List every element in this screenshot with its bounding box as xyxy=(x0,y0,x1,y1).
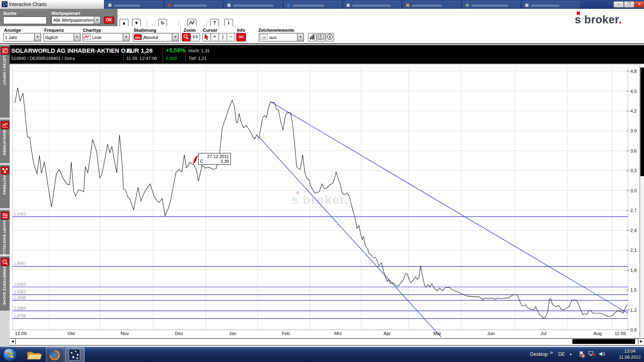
sidebar-tab-label: LISTEN / DEPOT xyxy=(2,56,6,85)
clock[interactable]: 13:04 11.09.2012 xyxy=(619,348,641,360)
vertical-scrollbar[interactable] xyxy=(640,66,644,337)
listen-depot-icon xyxy=(1,47,9,55)
y-axis-label: 3,9 xyxy=(630,128,637,133)
support-line-label: 1,8567 xyxy=(14,261,26,266)
quote-datetime: 11.09. 12:47:08 xyxy=(126,56,157,61)
tray-expand-icon[interactable]: ▲ xyxy=(569,352,572,356)
show-desktop-button[interactable]: Desktop xyxy=(530,352,548,357)
x-axis-label: Jul xyxy=(541,331,547,336)
info-mode-label: Info xyxy=(237,28,245,33)
charts-app-taskbar-button[interactable] xyxy=(65,348,85,362)
tooltip-series: C xyxy=(200,159,203,164)
x-axis-label: 11.09. xyxy=(615,331,627,336)
support-line-label: 1,5459 xyxy=(14,282,26,287)
folder-icon xyxy=(25,348,43,362)
news-annotation-button[interactable]: N xyxy=(317,33,325,41)
background-browser-tab[interactable] xyxy=(344,1,401,9)
firefox-taskbar-button[interactable] xyxy=(46,348,64,362)
sidebar: LISTEN / DEPOT INDIKATOREN PATTERNS CHAR… xyxy=(0,45,10,347)
cursor-arrow-button[interactable] xyxy=(202,33,211,41)
y-axis-label: 0,9 xyxy=(630,327,637,332)
skalierung-select[interactable]: abs Absolut ▼ xyxy=(133,33,179,41)
support-line-label: 1,4302 xyxy=(14,290,26,294)
toolbar-row-2: Anzeige 1 Jahr ▼ Frequenz täglich ▼ Char… xyxy=(0,26,644,44)
anzeige-label: Anzeige xyxy=(4,28,21,33)
tray-chevron-icon[interactable]: » xyxy=(550,349,553,356)
search-ok-button[interactable]: OK xyxy=(104,16,114,24)
y-axis-label: 4,5 xyxy=(630,89,637,94)
vertical-scroll-thumb[interactable] xyxy=(640,68,644,176)
off-badge-icon: off xyxy=(260,34,268,40)
maximize-button[interactable]: ❐ xyxy=(624,1,634,8)
minimize-button[interactable]: – xyxy=(613,1,624,8)
start-button[interactable] xyxy=(2,348,19,362)
sidebar-tab-patterns[interactable]: PATTERNS xyxy=(0,165,10,208)
support-line-label: 1,3448 xyxy=(14,296,26,300)
change-absolute: 0,068 xyxy=(166,56,177,61)
signals-tool-button[interactable]: S xyxy=(326,33,334,41)
sbroker-logo: s broker. xyxy=(567,10,635,26)
background-browser-tab[interactable] xyxy=(225,1,282,9)
chevron-down-icon[interactable]: ▼ xyxy=(34,33,41,41)
zeichenelemente-label: Zeichenelemente xyxy=(258,28,294,33)
action-center-icon[interactable] xyxy=(578,351,585,360)
frequenz-select[interactable]: täglich ▼ xyxy=(43,33,80,41)
benchmark-chart-icon xyxy=(188,19,196,27)
chevron-down-icon[interactable]: ▼ xyxy=(94,16,100,24)
sidebar-tab-chart-einstellungen[interactable]: CHART EINSTELLUNGEN xyxy=(0,210,10,254)
background-browser-tab[interactable] xyxy=(522,1,580,9)
tab-favicon-icon xyxy=(525,4,528,7)
x-axis-label: Mai xyxy=(433,331,441,336)
background-browser-tab[interactable] xyxy=(105,1,163,9)
y-axis-label: 1,2 xyxy=(630,308,637,313)
network-icon[interactable] xyxy=(588,351,596,359)
cursor-hline-button[interactable]: − xyxy=(227,33,235,41)
frequenz-label: Frequenz xyxy=(44,28,64,33)
charttyp-select[interactable]: Linie ▼ xyxy=(83,33,130,41)
info-icon: i xyxy=(228,20,229,26)
search-input[interactable] xyxy=(3,16,47,24)
aktualisieren-icon: ↻ xyxy=(161,20,165,26)
volume-icon[interactable] xyxy=(599,351,605,359)
language-indicator[interactable]: DE xyxy=(558,352,565,357)
tab-favicon-icon xyxy=(347,4,350,7)
patterns-icon xyxy=(1,167,9,175)
sidebar-tab-label: INDIKATOREN xyxy=(2,130,6,156)
background-browser-tab[interactable] xyxy=(165,1,222,9)
explorer-taskbar-button[interactable] xyxy=(25,348,43,362)
zoom-1-1-button[interactable]: 1:1 xyxy=(190,33,200,41)
firefox-icon xyxy=(48,349,61,362)
abs-scaling-icon: abs xyxy=(134,34,142,40)
chevron-down-icon[interactable]: ▼ xyxy=(74,33,80,41)
background-browser-tab[interactable] xyxy=(284,1,341,9)
sidebar-tab-erweiterte-suche[interactable]: ERWEITERTE SUCHE xyxy=(0,256,10,311)
close-button[interactable]: ✕ xyxy=(634,1,644,8)
y-axis-label: 3,3 xyxy=(630,168,637,173)
tab-favicon-icon xyxy=(406,4,409,7)
x-axis-label: 12.09. xyxy=(15,331,28,336)
histogram-tool-button[interactable] xyxy=(308,33,316,41)
chevron-down-icon[interactable]: ▼ xyxy=(172,33,178,41)
y-axis-label: 2,1 xyxy=(630,248,637,253)
info-on-button[interactable]: on xyxy=(236,33,246,41)
background-browser-tab[interactable] xyxy=(463,1,520,9)
scroll-left-icon[interactable]: ◀ xyxy=(10,339,16,344)
zoom-magnifier-button[interactable] xyxy=(182,33,190,41)
wertpapierart-select[interactable]: Alle Wertpapierarten ▼ xyxy=(52,16,101,24)
x-axis-label: Jun xyxy=(487,331,495,336)
chevron-down-icon[interactable]: ▼ xyxy=(297,33,303,41)
zeichenelemente-select[interactable]: off aus ▼ xyxy=(259,33,304,41)
cursor-cross-button[interactable]: + xyxy=(211,33,219,41)
sidebar-tab-indikatoren[interactable]: INDIKATOREN xyxy=(0,119,10,163)
horizontal-scroll-thumb[interactable] xyxy=(572,339,635,344)
chevron-down-icon[interactable]: ▼ xyxy=(123,33,129,41)
anzeige-select[interactable]: 1 Jahr ▼ xyxy=(3,33,41,41)
price-chart[interactable]: 4,84,54,23,93,63,33,02,72,42,11,81,51,20… xyxy=(0,64,644,338)
x-axis-label: Apr xyxy=(384,331,391,336)
sidebar-tab-listen-depot[interactable]: LISTEN / DEPOT xyxy=(0,45,10,117)
cursor-vline-button[interactable]: | xyxy=(219,33,227,41)
background-browser-tab[interactable] xyxy=(403,1,460,9)
scroll-right-icon[interactable]: ▶ xyxy=(638,339,644,344)
erweiterte-suche-icon xyxy=(1,258,9,266)
horizontal-scrollbar[interactable]: ◀ ▶ xyxy=(10,338,644,346)
